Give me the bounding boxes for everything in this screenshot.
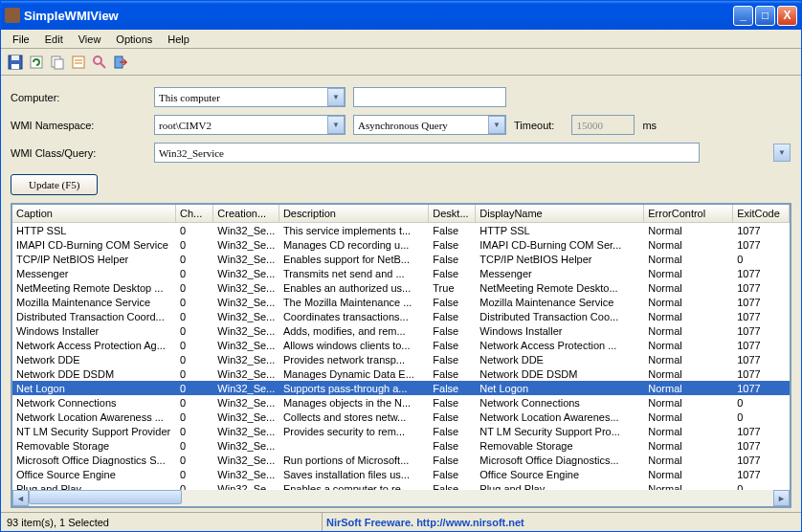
scroll-right-icon[interactable]: ► (773, 490, 790, 506)
classquery-dropdown-icon[interactable]: ▼ (773, 144, 791, 162)
classquery-label: WMI Class/Query: (11, 147, 154, 159)
table-row[interactable]: Messenger0Win32_Se...Transmits net send … (12, 266, 790, 280)
save-icon[interactable] (7, 54, 24, 71)
cell: Win32_Se... (213, 469, 279, 480)
svg-line-10 (100, 63, 105, 68)
cell: 1077 (733, 383, 790, 394)
cell: Win32_Se... (213, 483, 279, 491)
cell: NT LM Security Support Pro... (476, 426, 644, 437)
table-row[interactable]: Mozilla Maintenance Service0Win32_Se...T… (12, 295, 790, 309)
cell: Network Location Awareness ... (12, 411, 176, 423)
computer-input[interactable] (154, 87, 345, 107)
table-row[interactable]: Network Access Protection Ag...0Win32_Se… (12, 338, 790, 352)
cell: 0 (176, 426, 213, 437)
exit-icon[interactable] (112, 54, 129, 71)
app-window: SimpleWMIView _ □ X File Edit View Optio… (0, 0, 802, 532)
col-creation[interactable]: Creation... (213, 205, 279, 222)
col-exitcode[interactable]: ExitCode (733, 205, 790, 222)
table-row[interactable]: TCP/IP NetBIOS Helper0Win32_Se...Enables… (12, 252, 790, 266)
cell: Windows Installer (476, 325, 644, 337)
find-icon[interactable] (91, 54, 108, 71)
cell: Win32_Se... (213, 297, 279, 308)
cell: Win32_Se... (213, 268, 279, 279)
cell: Win32_Se... (213, 411, 279, 423)
cell: HTTP SSL (12, 225, 176, 236)
table-row[interactable]: NT LM Security Support Provider0Win32_Se… (12, 424, 790, 438)
status-count: 93 item(s), 1 Selected (7, 513, 323, 531)
computer-extra-input[interactable] (353, 87, 506, 107)
cell: 0 (176, 411, 213, 423)
querymode-input[interactable] (353, 115, 506, 135)
col-errorcontrol[interactable]: ErrorControl (644, 205, 733, 222)
table-row[interactable]: Removable Storage0Win32_Se...FalseRemova… (12, 438, 790, 453)
computer-dropdown-icon[interactable]: ▼ (327, 88, 345, 106)
menu-help[interactable]: Help (160, 32, 197, 47)
cell: Win32_Se... (213, 254, 279, 265)
col-description[interactable]: Description (279, 205, 429, 222)
close-button[interactable]: X (777, 6, 797, 26)
refresh-icon[interactable] (28, 54, 45, 71)
cell: False (429, 354, 476, 366)
properties-icon[interactable] (70, 54, 87, 71)
cell: Adds, modifies, and rem... (279, 325, 429, 337)
cell: False (429, 411, 476, 423)
cell: False (429, 440, 476, 452)
scroll-thumb[interactable] (29, 490, 182, 504)
table-row[interactable]: HTTP SSL0Win32_Se...This service impleme… (12, 223, 790, 237)
copy-icon[interactable] (49, 54, 66, 71)
cell: This service implements t... (279, 225, 429, 236)
namespace-input[interactable] (154, 115, 345, 135)
maximize-button[interactable]: □ (755, 6, 775, 26)
table-row[interactable]: Distributed Transaction Coord...0Win32_S… (12, 309, 790, 323)
cell: Network DDE (12, 354, 176, 366)
table-row[interactable]: NetMeeting Remote Desktop ...0Win32_Se..… (12, 280, 790, 295)
menu-edit[interactable]: Edit (37, 32, 71, 47)
table-row[interactable]: Microsoft Office Diagnostics S...0Win32_… (12, 453, 790, 467)
cell: Normal (644, 354, 733, 366)
scroll-left-icon[interactable]: ◄ (12, 490, 29, 506)
horizontal-scrollbar[interactable]: ◄ ► (12, 490, 790, 506)
cell: 1077 (733, 454, 790, 466)
cell: Plug and Play (476, 483, 644, 491)
cell: Messenger (476, 268, 644, 279)
table-row[interactable]: Network Connections0Win32_Se...Manages o… (12, 395, 790, 410)
table-row[interactable]: Network DDE DSDM0Win32_Se...Manages Dyna… (12, 366, 790, 381)
cell: 1077 (733, 354, 790, 366)
classquery-input[interactable] (154, 143, 700, 163)
timeout-input[interactable] (571, 115, 635, 135)
table-row[interactable]: Network DDE0Win32_Se...Provides network … (12, 352, 790, 366)
col-displayname[interactable]: DisplayName (476, 205, 644, 222)
menu-options[interactable]: Options (108, 32, 160, 47)
cell: Removable Storage (12, 440, 176, 452)
cell: Enables support for NetB... (279, 254, 429, 265)
querymode-dropdown-icon[interactable]: ▼ (488, 116, 505, 134)
col-ch[interactable]: Ch... (176, 205, 213, 222)
cell: Network DDE DSDM (476, 368, 644, 380)
cell: Normal (644, 340, 733, 351)
cell: Normal (644, 483, 733, 491)
cell: False (429, 268, 476, 279)
cell: Win32_Se... (213, 383, 279, 394)
table-row[interactable]: Net Logon0Win32_Se...Supports pass-throu… (12, 381, 790, 395)
titlebar[interactable]: SimpleWMIView _ □ X (1, 1, 801, 30)
cell: 1077 (733, 325, 790, 337)
minimize-button[interactable]: _ (733, 6, 753, 26)
table-row[interactable]: Plug and Play0Win32_Se...Enables a compu… (12, 481, 790, 490)
table-row[interactable]: Network Location Awareness ...0Win32_Se.… (12, 410, 790, 424)
cell: Mozilla Maintenance Service (476, 297, 644, 308)
table-row[interactable]: IMAPI CD-Burning COM Service0Win32_Se...… (12, 237, 790, 252)
cell: 0 (733, 254, 790, 265)
cell: Normal (644, 325, 733, 337)
update-button[interactable]: Update (F5) (11, 174, 98, 195)
cell: False (429, 397, 476, 409)
cell: False (429, 239, 476, 251)
table-row[interactable]: Windows Installer0Win32_Se...Adds, modif… (12, 323, 790, 338)
col-caption[interactable]: Caption (12, 205, 176, 222)
namespace-dropdown-icon[interactable]: ▼ (327, 116, 345, 134)
cell: Normal (644, 454, 733, 466)
menu-file[interactable]: File (5, 32, 37, 47)
cell: Win32_Se... (213, 368, 279, 380)
table-row[interactable]: Office Source Engine0Win32_Se...Saves in… (12, 467, 790, 481)
menu-view[interactable]: View (71, 32, 109, 47)
col-deskt[interactable]: Deskt... (429, 205, 476, 222)
